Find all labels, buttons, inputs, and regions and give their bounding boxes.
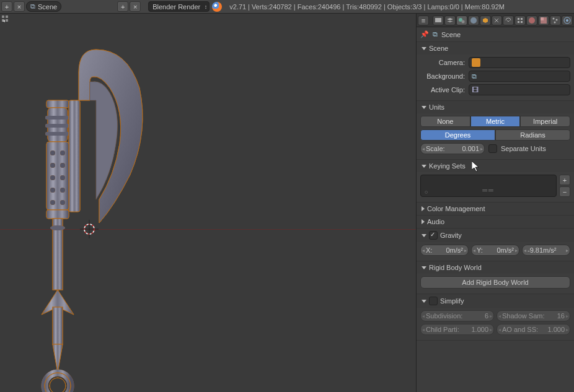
close-area-button[interactable]: ×	[14, 1, 25, 12]
properties-panel: ≡ ◂ 📌 ⧉ Scene Scene Camera: Backgr	[416, 14, 574, 392]
color-management-panel: Color Management	[417, 203, 574, 216]
pin-icon[interactable]: 📌	[420, 30, 429, 38]
child-particles-field[interactable]: ◂Child Parti:1.000▸	[420, 324, 494, 335]
svg-point-39	[566, 19, 568, 22]
subdivision-field[interactable]: ◂Subdivision:6▸	[420, 310, 494, 321]
header-stats: v2.71 | Verts:240782 | Faces:240496 | Tr…	[229, 3, 505, 11]
tab-menu-button[interactable]: ≡	[418, 15, 429, 25]
background-field[interactable]: ⧉	[469, 71, 570, 82]
scene-dropdown[interactable]: ⧉ Scene	[26, 1, 61, 12]
texture-tab[interactable]	[538, 15, 549, 25]
material-tab[interactable]	[526, 15, 537, 25]
color-management-header[interactable]: Color Management	[417, 203, 574, 215]
units-degrees-button[interactable]: Degrees	[420, 129, 495, 141]
svg-point-30	[461, 20, 464, 23]
simplify-panel: Simplify ◂Subdivision:6▸ ◂Shadow Sam:16▸…	[417, 294, 574, 341]
modifiers-tab[interactable]	[503, 15, 514, 25]
svg-point-32	[529, 17, 535, 24]
rigid-body-header[interactable]: Rigid Body World	[417, 261, 574, 274]
keying-sets-panel: Keying Sets ○ ══ + −	[417, 160, 574, 203]
svg-point-18	[60, 175, 65, 180]
scene-dropdown-label: Scene	[38, 3, 57, 11]
units-panel: Units None Metric Imperial Degrees Radia…	[417, 101, 574, 160]
units-imperial-button[interactable]: Imperial	[520, 116, 570, 127]
svg-rect-4	[46, 100, 69, 108]
keying-remove-button[interactable]: −	[559, 186, 570, 197]
svg-rect-10	[46, 142, 69, 210]
keying-add-button[interactable]: +	[559, 175, 570, 185]
camera-field[interactable]	[469, 57, 570, 68]
shadow-samples-field[interactable]: ◂Shadow Sam:16▸	[497, 310, 570, 321]
3d-viewport[interactable]	[0, 14, 416, 392]
scene-tab[interactable]	[456, 15, 467, 25]
units-none-button[interactable]: None	[420, 116, 470, 127]
gravity-checkbox[interactable]	[429, 231, 438, 240]
scene-browse-icon: ⧉	[472, 72, 477, 81]
svg-point-37	[554, 21, 556, 23]
audio-panel: Audio	[417, 216, 574, 229]
object-tab[interactable]	[480, 15, 491, 25]
svg-point-13	[50, 175, 55, 180]
svg-point-12	[50, 163, 55, 168]
gravity-x-field[interactable]: ◂X:0m/s²▸	[420, 245, 469, 256]
svg-point-31	[470, 17, 477, 24]
camera-icon	[472, 58, 480, 67]
axe-mesh[interactable]	[34, 45, 158, 392]
ao-sss-field[interactable]: ◂AO and SS:1.000▸	[497, 324, 570, 335]
gravity-z-field[interactable]: ◂-9.81m/s²▸	[522, 245, 570, 256]
world-tab[interactable]	[468, 15, 479, 25]
svg-rect-6	[45, 116, 70, 120]
unit-system-segment: None Metric Imperial	[420, 116, 570, 127]
scene-data-icon: ⧉	[433, 30, 438, 38]
svg-point-20	[60, 200, 65, 205]
stats-text: Verts:240782 | Faces:240496 | Tris:48099…	[252, 3, 505, 11]
physics-tab[interactable]	[562, 15, 573, 25]
units-radians-button[interactable]: Radians	[495, 129, 570, 141]
separate-units-checkbox[interactable]	[488, 144, 497, 153]
scene-panel: Scene Camera: Background:⧉ Active Clip:🎞	[417, 42, 574, 101]
svg-point-27	[50, 378, 66, 392]
breadcrumb-label: Scene	[441, 31, 461, 38]
svg-point-11	[50, 150, 55, 155]
simplify-checkbox[interactable]	[429, 297, 438, 305]
clip-browse-icon: 🎞	[472, 86, 479, 94]
particles-tab[interactable]	[550, 15, 561, 25]
blender-logo-icon	[212, 2, 222, 12]
svg-rect-9	[69, 100, 80, 212]
top-header: + × ⧉ Scene + × Blender Render v2.71 | V…	[0, 0, 574, 14]
add-area-button[interactable]: +	[1, 1, 12, 12]
svg-point-25	[45, 373, 71, 392]
property-tabs: ≡	[417, 14, 574, 27]
svg-point-36	[556, 19, 558, 20]
svg-point-17	[60, 163, 65, 168]
render-tab[interactable]	[433, 15, 444, 25]
scene-add-button[interactable]: +	[117, 1, 128, 12]
add-rigid-body-button[interactable]: Add Rigid Body World	[420, 276, 570, 289]
scene-delete-button[interactable]: ×	[130, 1, 141, 12]
gravity-y-field[interactable]: ◂Y:0m/s²▸	[471, 245, 519, 256]
svg-rect-8	[45, 132, 70, 136]
unit-scale-field[interactable]: ◂Scale:0.001▸	[420, 143, 485, 154]
datablock-breadcrumb: 📌 ⧉ Scene	[417, 27, 574, 42]
separate-units-label: Separate Units	[501, 145, 546, 152]
keying-sets-header[interactable]: Keying Sets	[417, 160, 574, 172]
scene-panel-header[interactable]: Scene	[417, 42, 574, 54]
units-panel-header[interactable]: Units	[417, 101, 574, 113]
units-metric-button[interactable]: Metric	[470, 116, 521, 127]
keying-sets-list[interactable]: ○ ══	[420, 175, 557, 197]
gravity-header[interactable]: Gravity	[417, 229, 574, 242]
rigid-body-panel: Rigid Body World Add Rigid Body World	[417, 261, 574, 294]
scene-icon: ⧉	[30, 2, 35, 11]
data-tab[interactable]	[514, 15, 526, 25]
active-clip-field[interactable]: 🎞	[469, 84, 570, 95]
constraints-tab[interactable]	[492, 15, 503, 25]
audio-header[interactable]: Audio	[417, 216, 574, 228]
renderer-dropdown[interactable]: Blender Render	[148, 1, 210, 12]
active-clip-label: Active Clip:	[420, 86, 465, 94]
version-text: v2.71	[229, 3, 246, 11]
renderer-label: Blender Render	[152, 3, 200, 11]
gravity-panel: Gravity ◂X:0m/s²▸ ◂Y:0m/s²▸ ◂-9.81m/s²▸	[417, 229, 574, 261]
simplify-header[interactable]: Simplify	[417, 294, 574, 308]
layers-tab[interactable]	[444, 15, 456, 25]
svg-rect-7	[45, 124, 70, 128]
